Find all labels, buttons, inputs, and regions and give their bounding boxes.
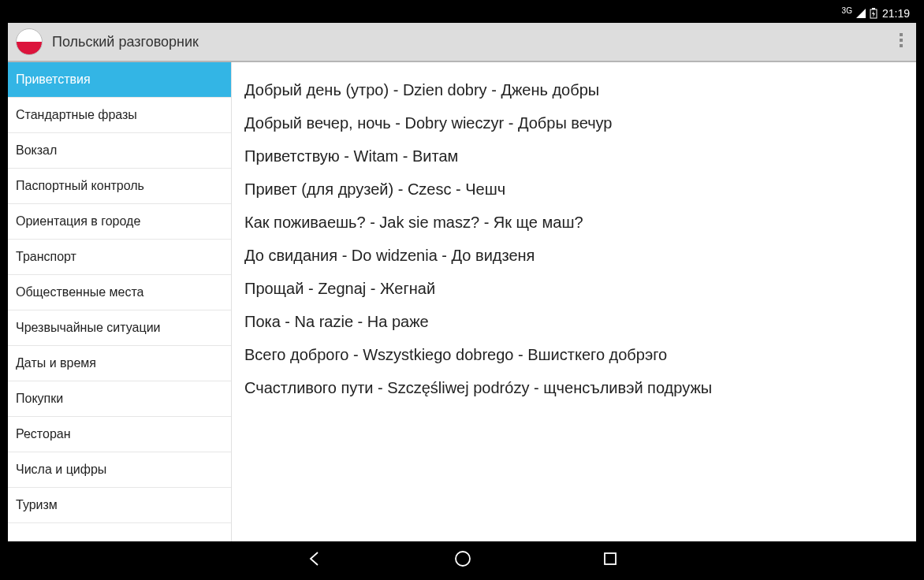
sidebar-item[interactable]: Транспорт: [8, 240, 231, 275]
recent-button[interactable]: [596, 545, 624, 573]
svg-point-5: [456, 552, 470, 566]
overflow-menu-button[interactable]: [894, 27, 908, 57]
signal-icon: [855, 8, 866, 19]
device-frame: 3G 21:19 Польский разговорник Пр: [0, 0, 924, 580]
sidebar-item[interactable]: Ресторан: [8, 417, 231, 452]
svg-rect-6: [605, 553, 616, 564]
phrase-item[interactable]: Добрый вечер, ночь - Dobry wieczyr - Доб…: [244, 113, 904, 133]
home-icon: [454, 550, 471, 567]
navigation-bar: [8, 541, 916, 576]
clock: 21:19: [882, 7, 910, 20]
poland-flag-icon: [16, 28, 43, 55]
phrase-item[interactable]: Привет (для друзей) - Czesc - Чешч: [244, 179, 904, 199]
back-button[interactable]: [300, 544, 330, 574]
sidebar-item[interactable]: Паспортный контроль: [8, 169, 231, 204]
svg-rect-2: [900, 33, 903, 36]
phrase-item[interactable]: Пока - Na razie - На раже: [244, 311, 904, 332]
phrase-item[interactable]: Как поживаешь? - Jak sie masz? - Як ще м…: [244, 212, 904, 232]
phrase-item[interactable]: Добрый день (утро) - Dzien dobry - Джень…: [244, 80, 904, 100]
app-body: ПриветствияСтандартные фразыВокзалПаспор…: [8, 62, 916, 541]
sidebar-item[interactable]: Туризм: [8, 488, 231, 523]
sidebar-item[interactable]: Даты и время: [8, 346, 231, 381]
phrase-item[interactable]: До свидания - Do widzenia - До видзеня: [244, 245, 904, 266]
sidebar-item[interactable]: Покупки: [8, 381, 231, 417]
sidebar-item[interactable]: Ориентация в городе: [8, 204, 231, 240]
sidebar-item[interactable]: Стандартные фразы: [8, 98, 231, 133]
network-label: 3G: [842, 6, 852, 15]
phrase-list[interactable]: Добрый день (утро) - Dzien dobry - Джень…: [232, 62, 916, 541]
phrase-item[interactable]: Прощай - Zegnaj - Жегнай: [244, 278, 904, 299]
app-title: Польский разговорник: [52, 34, 894, 50]
sidebar-item[interactable]: Приветствия: [8, 62, 231, 98]
sidebar-item[interactable]: Числа и цифры: [8, 452, 231, 488]
svg-rect-4: [900, 44, 903, 47]
status-bar: 3G 21:19: [8, 4, 916, 23]
screen: 3G 21:19 Польский разговорник Пр: [8, 4, 916, 576]
phrase-item[interactable]: Счастливого пути - Szczęśliwej podrózy -…: [244, 377, 904, 398]
sidebar-item[interactable]: Общественные места: [8, 275, 231, 310]
back-icon: [306, 550, 323, 567]
overflow-icon: [899, 32, 904, 49]
phrase-item[interactable]: Приветствую - Witam - Витам: [244, 146, 904, 166]
sidebar-item[interactable]: Вокзал: [8, 133, 231, 169]
phrase-item[interactable]: Всего доброго - Wszystkiego dobrego - Вш…: [244, 344, 904, 365]
recent-icon: [602, 551, 618, 567]
home-button[interactable]: [448, 544, 478, 574]
action-bar: Польский разговорник: [8, 23, 916, 62]
svg-rect-3: [900, 39, 903, 42]
battery-icon: [870, 8, 877, 19]
svg-rect-1: [872, 8, 875, 9]
sidebar-item[interactable]: Чрезвычайные ситуации: [8, 310, 231, 346]
category-sidebar[interactable]: ПриветствияСтандартные фразыВокзалПаспор…: [8, 62, 232, 541]
